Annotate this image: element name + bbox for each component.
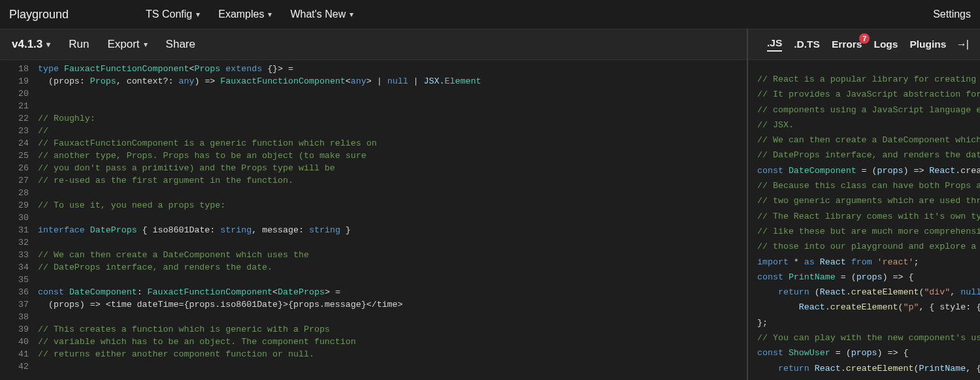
tab-dts[interactable]: .D.TS <box>794 39 820 50</box>
topbar-left: Playground TS Config Examples What's New <box>9 8 353 22</box>
settings-button[interactable]: Settings <box>933 8 971 20</box>
export-menu[interactable]: Export <box>107 38 147 51</box>
version-selector[interactable]: v4.1.3 <box>12 38 50 51</box>
output-code[interactable]: // React is a popular library for creati… <box>748 60 980 376</box>
run-button[interactable]: Run <box>69 38 89 51</box>
toolbar-left: v4.1.3 Run Export Share <box>12 38 195 51</box>
playground-title: Playground <box>9 8 69 22</box>
tab-logs[interactable]: Logs <box>874 39 898 50</box>
editor-pane[interactable]: 1819202122232425262728293031323334353637… <box>0 60 747 380</box>
examples-menu[interactable]: Examples <box>218 8 272 20</box>
whats-new-menu[interactable]: What's New <box>290 8 353 20</box>
main: 1819202122232425262728293031323334353637… <box>0 60 980 380</box>
line-number-gutter: 1819202122232425262728293031323334353637… <box>0 60 38 380</box>
ts-config-menu[interactable]: TS Config <box>146 8 200 20</box>
errors-badge: 7 <box>859 33 870 44</box>
tab-errors[interactable]: Errors 7 <box>832 39 862 50</box>
output-tabs: .JS .D.TS Errors 7 Logs Plugins <box>755 29 980 60</box>
topbar: Playground TS Config Examples What's New… <box>0 0 980 29</box>
pane-splitter[interactable] <box>747 29 748 380</box>
output-pane: // React is a popular library for creati… <box>748 60 980 380</box>
share-button[interactable]: Share <box>166 38 195 51</box>
tab-js[interactable]: .JS <box>767 37 782 52</box>
tab-plugins[interactable]: Plugins <box>909 39 946 50</box>
code-editor[interactable]: type FauxactFunctionComponent<Props exte… <box>38 60 481 380</box>
tab-errors-label: Errors <box>832 39 862 50</box>
